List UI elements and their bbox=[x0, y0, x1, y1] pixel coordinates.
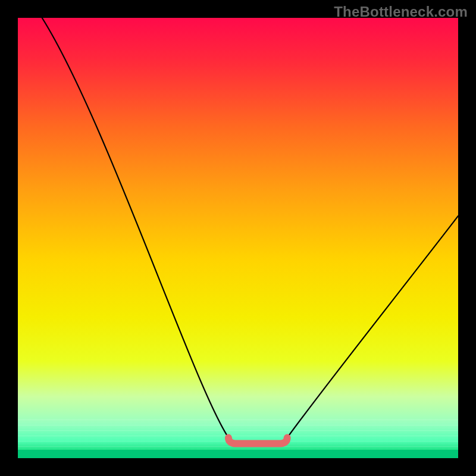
gradient-striation bbox=[18, 436, 458, 436]
gradient-striation bbox=[18, 430, 458, 431]
plot-area bbox=[18, 18, 458, 458]
watermark-text: TheBottleneck.com bbox=[334, 4, 468, 20]
gradient-striation bbox=[18, 419, 458, 420]
plot-svg bbox=[18, 18, 458, 458]
bottom-band bbox=[18, 450, 458, 458]
gradient-background bbox=[18, 18, 458, 458]
chart-frame: TheBottleneck.com bbox=[0, 0, 476, 476]
gradient-striation bbox=[18, 425, 458, 425]
